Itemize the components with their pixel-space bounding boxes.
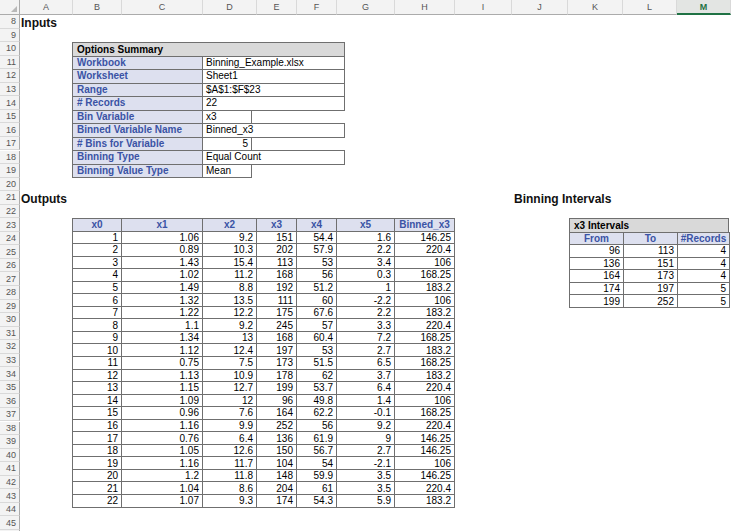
row-header-24[interactable]: 24: [0, 232, 20, 246]
output-cell[interactable]: 67.6: [297, 306, 337, 319]
output-cell[interactable]: 6: [73, 294, 122, 307]
interval-cell[interactable]: 136: [570, 257, 624, 270]
output-cell[interactable]: 1.16: [122, 419, 203, 432]
output-cell[interactable]: 0.89: [122, 244, 203, 257]
output-cell[interactable]: 51.5: [297, 357, 337, 370]
column-header-i[interactable]: I: [455, 0, 512, 15]
output-cell[interactable]: 49.8: [297, 394, 337, 407]
option-value[interactable]: Mean: [202, 164, 252, 179]
output-cell[interactable]: 220.4: [395, 419, 455, 432]
output-cell[interactable]: -0.1: [337, 407, 395, 420]
output-cell[interactable]: 6.4: [203, 432, 257, 445]
output-cell[interactable]: 7: [73, 306, 122, 319]
output-cell[interactable]: 146.25: [395, 231, 455, 244]
column-header-e[interactable]: E: [257, 0, 297, 15]
output-cell[interactable]: 106: [395, 294, 455, 307]
option-value[interactable]: Binned_x3: [202, 123, 345, 138]
output-cell[interactable]: 3.5: [337, 469, 395, 482]
output-cell[interactable]: 168.25: [395, 357, 455, 370]
output-cell[interactable]: 7.5: [203, 357, 257, 370]
select-all-corner[interactable]: [0, 0, 20, 15]
output-cell[interactable]: 7.2: [337, 331, 395, 344]
output-cell[interactable]: 10.9: [203, 369, 257, 382]
output-cell[interactable]: 11.7: [203, 457, 257, 470]
output-cell[interactable]: 106: [395, 394, 455, 407]
output-cell[interactable]: 204: [257, 482, 297, 495]
output-cell[interactable]: 54.4: [297, 231, 337, 244]
interval-cell[interactable]: 252: [624, 295, 678, 308]
output-cell[interactable]: 150: [257, 444, 297, 457]
interval-cell[interactable]: 164: [570, 270, 624, 283]
row-header-23[interactable]: 23: [0, 218, 20, 232]
row-header-31[interactable]: 31: [0, 327, 20, 341]
output-cell[interactable]: 220.4: [395, 382, 455, 395]
row-header-33[interactable]: 33: [0, 354, 20, 368]
output-cell[interactable]: 59.9: [297, 469, 337, 482]
output-cell-column-header[interactable]: x4: [297, 219, 337, 232]
output-cell[interactable]: 168.25: [395, 331, 455, 344]
output-cell-column-header[interactable]: x5: [337, 219, 395, 232]
output-cell[interactable]: 57.9: [297, 244, 337, 257]
output-cell[interactable]: 11: [73, 357, 122, 370]
output-cell[interactable]: 1.43: [122, 256, 203, 269]
output-cell[interactable]: 1.1: [122, 319, 203, 332]
interval-cell-column-header[interactable]: From: [570, 232, 624, 245]
output-cell[interactable]: 0.76: [122, 432, 203, 445]
output-cell[interactable]: 62.2: [297, 407, 337, 420]
output-cell[interactable]: 197: [257, 344, 297, 357]
row-header-28[interactable]: 28: [0, 286, 20, 300]
output-cell[interactable]: 12.2: [203, 306, 257, 319]
output-cell[interactable]: 56.7: [297, 444, 337, 457]
option-value[interactable]: Sheet1: [202, 69, 345, 84]
output-cell[interactable]: 2.7: [337, 444, 395, 457]
option-label[interactable]: Worksheet: [72, 69, 203, 84]
output-cell[interactable]: 2.7: [337, 344, 395, 357]
output-cell[interactable]: 62: [297, 369, 337, 382]
row-header-8[interactable]: 8: [0, 15, 20, 29]
output-cell[interactable]: 19: [73, 457, 122, 470]
option-label[interactable]: # Bins for Variable: [72, 137, 203, 152]
row-header-12[interactable]: 12: [0, 69, 20, 83]
output-cell[interactable]: 220.4: [395, 319, 455, 332]
output-cell[interactable]: 0.75: [122, 357, 203, 370]
output-cell[interactable]: 1: [73, 231, 122, 244]
output-cell[interactable]: 12.6: [203, 444, 257, 457]
output-cell[interactable]: 6.4: [337, 382, 395, 395]
option-label[interactable]: Binning Type: [72, 150, 203, 165]
output-cell[interactable]: 3.7: [337, 369, 395, 382]
row-header-9[interactable]: 9: [0, 29, 20, 43]
output-cell[interactable]: 54.3: [297, 495, 337, 508]
option-value[interactable]: 5: [202, 137, 252, 152]
output-cell[interactable]: 2.2: [337, 306, 395, 319]
output-cell[interactable]: 0.96: [122, 407, 203, 420]
option-value[interactable]: $A$1:$F$23: [202, 83, 345, 98]
output-cell[interactable]: 96: [257, 394, 297, 407]
output-cell[interactable]: 53: [297, 256, 337, 269]
row-header-13[interactable]: 13: [0, 83, 20, 97]
output-cell[interactable]: 21: [73, 482, 122, 495]
output-cell[interactable]: 2.2: [337, 244, 395, 257]
interval-cell[interactable]: 199: [570, 295, 624, 308]
row-header-45[interactable]: 45: [0, 516, 20, 530]
outputs-section-title[interactable]: Outputs: [21, 192, 67, 206]
output-cell[interactable]: 106: [395, 457, 455, 470]
output-cell[interactable]: 11.8: [203, 469, 257, 482]
output-cell[interactable]: 202: [257, 244, 297, 257]
row-header-37[interactable]: 37: [0, 408, 20, 422]
column-header-d[interactable]: D: [203, 0, 257, 15]
output-cell[interactable]: 53: [297, 344, 337, 357]
output-cell[interactable]: 2: [73, 244, 122, 257]
column-header-g[interactable]: G: [337, 0, 395, 15]
output-cell-column-header[interactable]: Binned_x3: [395, 219, 455, 232]
output-cell[interactable]: 220.4: [395, 482, 455, 495]
interval-cell[interactable]: 4: [678, 257, 730, 270]
output-cell[interactable]: 113: [257, 256, 297, 269]
row-header-29[interactable]: 29: [0, 300, 20, 314]
interval-cell[interactable]: 174: [570, 282, 624, 295]
interval-cell[interactable]: 4: [678, 270, 730, 283]
output-cell[interactable]: 1.4: [337, 394, 395, 407]
row-header-22[interactable]: 22: [0, 205, 20, 219]
output-cell[interactable]: 151: [257, 231, 297, 244]
output-cell[interactable]: 192: [257, 281, 297, 294]
output-cell[interactable]: 183.2: [395, 281, 455, 294]
